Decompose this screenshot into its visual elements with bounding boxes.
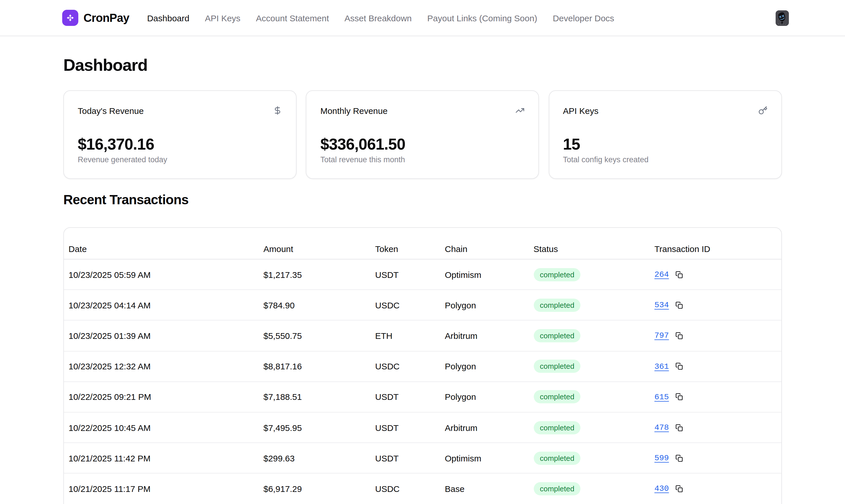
cell-token: USDT	[370, 259, 440, 290]
nav-item-account-statement[interactable]: Account Statement	[256, 13, 329, 23]
status-badge: completed	[534, 268, 581, 281]
stat-card-monthly-revenue: Monthly Revenue $336,061.50 Total revenu…	[306, 90, 539, 179]
transaction-id-link[interactable]: 797	[654, 331, 669, 340]
transaction-id-link[interactable]: 430	[654, 484, 669, 493]
copy-icon[interactable]	[675, 454, 683, 462]
stat-card-api-keys: API Keys 15 Total config keys created	[549, 90, 782, 179]
transaction-id-link[interactable]: 615	[654, 392, 669, 401]
cell-transaction-id: 478	[650, 412, 781, 443]
cell-date: 10/22/2025 10:45 AM	[64, 412, 259, 443]
copy-icon[interactable]	[675, 393, 683, 401]
cell-amount: $299.63	[259, 443, 370, 473]
cell-token: USDC	[370, 351, 440, 381]
status-badge: completed	[534, 299, 581, 312]
transactions-table-card: Date Amount Token Chain Status Transacti…	[63, 227, 782, 504]
app-root: CronPay Dashboard API Keys Account State…	[0, 0, 845, 504]
column-header-amount: Amount	[259, 228, 370, 259]
transaction-id-link[interactable]: 599	[654, 453, 669, 463]
nav-item-payout-links[interactable]: Payout Links (Coming Soon)	[427, 13, 537, 23]
cell-chain: Optimism	[440, 443, 529, 473]
cell-date: 10/23/2025 05:59 AM	[64, 259, 259, 290]
status-badge: completed	[534, 482, 581, 496]
cell-date: 10/22/2025 09:21 PM	[64, 382, 259, 412]
dollar-icon	[273, 106, 282, 115]
cell-chain: Optimism	[440, 259, 529, 290]
stat-card-title: API Keys	[563, 106, 598, 115]
cell-date: 10/23/2025 04:14 AM	[64, 290, 259, 320]
copy-icon[interactable]	[675, 302, 683, 309]
cell-transaction-id: 797	[650, 321, 781, 351]
status-badge: completed	[534, 421, 581, 434]
cell-chain: Polygon	[440, 382, 529, 412]
table-row: 10/22/2025 09:21 PM $7,188.51 USDT Polyg…	[64, 382, 781, 412]
cell-transaction-id: 599	[650, 443, 781, 473]
stat-card-value: $336,061.50	[321, 136, 525, 153]
table-row: 10/21/2025 11:17 PM $6,917.29 USDC Base …	[64, 473, 781, 504]
cell-chain: Polygon	[440, 351, 529, 381]
table-header-row: Date Amount Token Chain Status Transacti…	[64, 228, 781, 259]
column-header-chain: Chain	[440, 228, 529, 259]
nav-item-developer-docs[interactable]: Developer Docs	[553, 13, 614, 23]
cell-amount: $7,495.95	[259, 412, 370, 443]
copy-icon[interactable]	[675, 271, 683, 278]
nav-item-dashboard[interactable]: Dashboard	[147, 13, 189, 23]
cell-token: USDT	[370, 443, 440, 473]
column-header-token: Token	[370, 228, 440, 259]
cell-chain: Polygon	[440, 290, 529, 320]
cell-date: 10/21/2025 11:17 PM	[64, 473, 259, 504]
recent-transactions-heading: Recent Transactions	[63, 192, 782, 208]
status-badge: completed	[534, 360, 581, 373]
column-header-transaction-id: Transaction ID	[650, 228, 781, 259]
transaction-id-link[interactable]: 534	[654, 301, 669, 310]
transactions-table: Date Amount Token Chain Status Transacti…	[64, 228, 781, 504]
stat-card-subtitle: Total config keys created	[563, 155, 767, 165]
nav-links: Dashboard API Keys Account Statement Ass…	[147, 13, 614, 23]
cell-token: ETH	[370, 321, 440, 351]
cell-date: 10/23/2025 12:32 AM	[64, 351, 259, 381]
user-avatar[interactable]	[775, 10, 789, 25]
cell-status: completed	[529, 473, 650, 504]
cell-date: 10/23/2025 01:39 AM	[64, 321, 259, 351]
navbar: CronPay Dashboard API Keys Account State…	[0, 0, 845, 36]
cell-transaction-id: 534	[650, 290, 781, 320]
cell-status: completed	[529, 412, 650, 443]
transaction-id-link[interactable]: 361	[654, 362, 669, 371]
brand-name: CronPay	[84, 11, 129, 24]
cell-chain: Arbitrum	[440, 321, 529, 351]
table-row: 10/22/2025 10:45 AM $7,495.95 USDT Arbit…	[64, 412, 781, 443]
cell-token: USDC	[370, 473, 440, 504]
nav-item-asset-breakdown[interactable]: Asset Breakdown	[345, 13, 412, 23]
copy-icon[interactable]	[675, 362, 683, 370]
nav-item-api-keys[interactable]: API Keys	[205, 13, 240, 23]
cronpay-logo[interactable]	[62, 10, 78, 26]
column-header-status: Status	[529, 228, 650, 259]
cell-status: completed	[529, 382, 650, 412]
cell-token: USDC	[370, 290, 440, 320]
cell-transaction-id: 264	[650, 259, 781, 290]
page-title: Dashboard	[63, 55, 782, 75]
stat-card-value: $16,370.16	[78, 136, 282, 153]
table-row: 10/23/2025 04:14 AM $784.90 USDC Polygon…	[64, 290, 781, 320]
stat-cards: Today's Revenue $16,370.16 Revenue gener…	[63, 90, 782, 179]
stat-card-title: Today's Revenue	[78, 106, 144, 115]
cell-token: USDT	[370, 382, 440, 412]
cell-status: completed	[529, 321, 650, 351]
cell-amount: $6,917.29	[259, 473, 370, 504]
navbar-left: CronPay Dashboard API Keys Account State…	[62, 10, 614, 26]
cell-transaction-id: 361	[650, 351, 781, 381]
stat-card-todays-revenue: Today's Revenue $16,370.16 Revenue gener…	[63, 90, 296, 179]
copy-icon[interactable]	[675, 332, 683, 339]
cronpay-logo-icon	[65, 13, 75, 23]
copy-icon[interactable]	[675, 485, 683, 492]
cell-status: completed	[529, 443, 650, 473]
cell-amount: $7,188.51	[259, 382, 370, 412]
copy-icon[interactable]	[675, 424, 683, 431]
main-content: Dashboard Today's Revenue $16,370.16 Rev…	[0, 55, 845, 504]
transaction-id-link[interactable]: 264	[654, 270, 669, 279]
status-badge: completed	[534, 329, 581, 342]
stat-card-subtitle: Revenue generated today	[78, 155, 282, 165]
cell-amount: $8,817.16	[259, 351, 370, 381]
cell-status: completed	[529, 290, 650, 320]
key-icon	[758, 106, 767, 115]
transaction-id-link[interactable]: 478	[654, 423, 669, 432]
